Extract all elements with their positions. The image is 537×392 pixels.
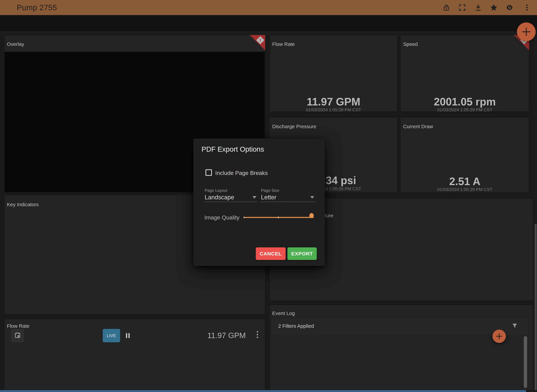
page-layout-underline bbox=[205, 201, 257, 202]
calendar-button[interactable] bbox=[11, 329, 24, 342]
flow-rate-value: 11.97 GPM bbox=[269, 96, 397, 108]
filters-applied-label: 2 Filters Applied bbox=[278, 323, 314, 329]
page-scrollbar-track[interactable] bbox=[534, 32, 537, 390]
current-draw-panel: Current Draw 2.51 A 01/03/2024 1:05:29 P… bbox=[400, 117, 529, 193]
horizontal-scrollbar-thumb[interactable] bbox=[0, 390, 526, 392]
flow-rate-gauge-panel: Flow Rate 11.97 GPM 01/03/2024 1:05:29 P… bbox=[269, 35, 398, 112]
flow-rate-chart-panel: Flow Rate LIVE 11.97 GPM bbox=[4, 319, 265, 392]
add-event-button[interactable] bbox=[492, 330, 506, 343]
image-quality-label: Image Quality bbox=[204, 214, 240, 221]
chevron-down-icon bbox=[252, 196, 256, 199]
tab-bar bbox=[0, 15, 537, 32]
current-draw-timestamp: 01/03/2024 1:05:29 PM CST bbox=[400, 187, 529, 192]
live-button[interactable]: LIVE bbox=[103, 329, 120, 342]
image-quality-slider[interactable] bbox=[244, 217, 314, 218]
speed-timestamp: 01/03/2024 1:05:29 PM CST bbox=[400, 107, 529, 112]
include-page-breaks-label: Include Page Breaks bbox=[215, 170, 268, 176]
flow-rate-timestamp: 01/03/2024 1:05:29 PM CST bbox=[269, 107, 397, 112]
event-log-list bbox=[272, 334, 528, 392]
add-button[interactable] bbox=[517, 23, 536, 41]
overlay-panel-title: Overlay bbox=[7, 41, 24, 47]
chart-kebab-icon[interactable] bbox=[254, 330, 260, 340]
download-icon[interactable] bbox=[474, 4, 482, 12]
app-header: Pump 2755 bbox=[0, 0, 537, 15]
page-size-select[interactable]: Letter bbox=[261, 194, 276, 201]
pdf-export-modal: PDF Export Options Include Page Breaks P… bbox=[193, 139, 325, 266]
lock-icon[interactable] bbox=[442, 4, 450, 12]
image-quality-slider-thumb[interactable] bbox=[309, 213, 314, 218]
nav-divider bbox=[0, 32, 537, 35]
current-draw-value: 2.51 A bbox=[400, 175, 529, 188]
export-button[interactable]: EXPORT bbox=[287, 247, 317, 260]
horizontal-scrollbar[interactable] bbox=[0, 390, 537, 392]
page-layout-select[interactable]: Landscape bbox=[205, 194, 234, 201]
speed-gauge-panel: Speed 2001.05 rpm 01/03/2024 1:05:29 PM … bbox=[400, 35, 529, 112]
speed-value: 2001.05 rpm bbox=[400, 96, 529, 108]
page-layout-label: Page Layout bbox=[205, 188, 227, 193]
page-size-label: Page Size bbox=[261, 188, 279, 193]
cancel-button[interactable]: CANCEL bbox=[256, 247, 286, 260]
page-scrollbar-thumb[interactable] bbox=[535, 224, 537, 392]
kebab-menu-icon[interactable] bbox=[523, 4, 531, 12]
event-log-panel: Event Log 2 Filters Applied bbox=[269, 305, 533, 392]
event-log-scrollbar[interactable] bbox=[524, 336, 527, 388]
chevron-down-icon bbox=[310, 196, 314, 199]
event-log-title: Event Log bbox=[272, 310, 295, 316]
pause-button[interactable] bbox=[124, 332, 132, 340]
star-icon[interactable] bbox=[490, 4, 498, 12]
key-indicators-title: Key Indicators bbox=[7, 202, 39, 207]
event-log-filter-bar[interactable]: 2 Filters Applied bbox=[272, 318, 528, 334]
fullscreen-icon[interactable] bbox=[458, 4, 466, 12]
flow-chart-current-value: 11.97 GPM bbox=[207, 331, 246, 340]
slider-tick bbox=[244, 217, 244, 218]
filter-icon[interactable] bbox=[511, 322, 518, 330]
settings-wrench-icon[interactable] bbox=[505, 4, 513, 12]
dashboard-root: Pump 2755 Overlay ! Flow Rate 11.97 GPM … bbox=[0, 0, 537, 392]
page-size-underline bbox=[261, 201, 315, 202]
include-page-breaks-checkbox[interactable] bbox=[206, 169, 212, 176]
modal-title: PDF Export Options bbox=[202, 145, 264, 153]
overlay-alert-badge[interactable] bbox=[250, 35, 265, 50]
pump-logo-icon bbox=[5, 3, 14, 12]
flow-rate-chart-title: Flow Rate bbox=[7, 323, 29, 329]
page-title: Pump 2755 bbox=[17, 3, 57, 12]
slider-tick bbox=[278, 217, 279, 218]
